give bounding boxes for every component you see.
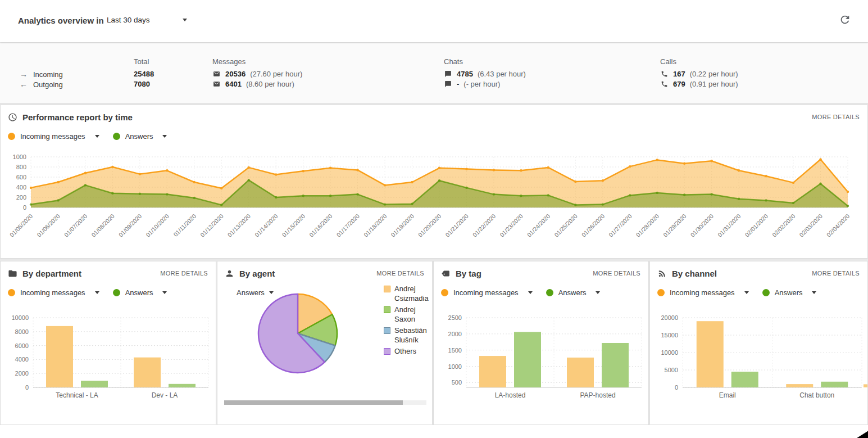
calls-outgoing-rate: (0.91 per hour) — [690, 80, 738, 88]
outgoing-row-label: Outgoing — [33, 80, 63, 89]
svg-text:2000: 2000 — [448, 331, 462, 337]
clock-icon — [8, 112, 17, 122]
green-series-dot-icon — [762, 289, 770, 296]
incoming-messages-series-selector[interactable]: Incoming messages — [657, 288, 749, 297]
answers-series-selector[interactable]: Answers — [546, 288, 601, 297]
svg-text:200: 200 — [16, 194, 26, 201]
channel-panel-title: By channel — [672, 269, 717, 278]
svg-text:01/12/2020: 01/12/2020 — [199, 213, 225, 238]
agent-pie-legend: Andrej CsizmadiaAndrej SaxonSebastián Sl… — [384, 284, 432, 358]
chevron-down-icon — [95, 135, 99, 138]
incoming-stats-row: → Incoming 25488 20536 (27.60 per hour) … — [0, 70, 868, 80]
svg-text:01/26/2020: 01/26/2020 — [580, 213, 606, 238]
pie-legend-item: Andrej Csizmadia — [384, 284, 432, 303]
date-range-select[interactable]: Last 30 days — [107, 16, 187, 24]
svg-text:PAP-hosted: PAP-hosted — [580, 391, 615, 399]
department-more-details-link[interactable]: MORE DETAILS — [160, 270, 208, 277]
pie-legend-label: Andrej Saxon — [394, 305, 432, 324]
top-bar: Analytics overview in Last 30 days — [0, 0, 868, 42]
answers-legend-label: Answers — [775, 288, 803, 297]
svg-text:4000: 4000 — [15, 356, 29, 363]
phone-icon — [660, 70, 669, 78]
svg-text:01/28/2020: 01/28/2020 — [634, 213, 660, 238]
pie-legend-label: Sebastián Slušník — [394, 326, 432, 345]
incoming-messages-series-selector[interactable]: Incoming messages — [441, 288, 533, 297]
svg-text:800: 800 — [16, 164, 26, 170]
svg-text:2500: 2500 — [448, 314, 462, 321]
performance-more-details-link[interactable]: MORE DETAILS — [812, 114, 860, 120]
refresh-button[interactable] — [839, 13, 851, 26]
tag-more-details-link[interactable]: MORE DETAILS — [593, 270, 640, 277]
svg-text:01/27/2020: 01/27/2020 — [607, 213, 633, 238]
department-bar-chart: 0200040006000800010000Technical - LADev … — [3, 312, 214, 407]
answers-series-selector[interactable]: Answers — [113, 288, 167, 297]
performance-panel-title: Performance report by time — [22, 112, 133, 122]
svg-text:01/17/2020: 01/17/2020 — [335, 213, 361, 238]
green-series-dot-icon — [546, 289, 553, 296]
by-agent-panel: By agent MORE DETAILS Answers Andrej Csi… — [217, 261, 433, 425]
date-range-value: Last 30 days — [107, 16, 150, 24]
tag-panel-title: By tag — [456, 269, 481, 278]
chats-outgoing-rate: (- per hour) — [463, 80, 500, 88]
svg-text:Technical - LA: Technical - LA — [56, 391, 98, 399]
svg-text:01/11/2020: 01/11/2020 — [172, 213, 197, 238]
legend-color-chip-icon — [384, 286, 390, 292]
svg-text:600: 600 — [16, 174, 26, 180]
calls-column-label: Calls — [660, 57, 676, 66]
chevron-down-icon — [162, 135, 167, 138]
department-panel-title: By department — [22, 269, 81, 278]
incoming-messages-series-selector[interactable]: Incoming messages — [8, 288, 99, 297]
agent-horizontal-scrollbar[interactable] — [224, 400, 426, 405]
total-outgoing-value: 7080 — [134, 80, 150, 88]
messages-incoming-rate: (27.60 per hour) — [250, 70, 302, 78]
incoming-messages-series-selector[interactable]: Incoming messages — [8, 132, 99, 141]
agent-scrollbar-thumb[interactable] — [224, 400, 403, 405]
svg-text:01/29/2020: 01/29/2020 — [662, 213, 688, 238]
svg-text:Chat button: Chat button — [799, 391, 834, 399]
svg-text:01/14/2020: 01/14/2020 — [253, 213, 279, 238]
svg-text:2000: 2000 — [15, 370, 29, 377]
svg-text:20000: 20000 — [661, 314, 678, 321]
answers-series-selector[interactable]: Answers — [113, 132, 167, 141]
incoming-messages-legend-label: Incoming messages — [453, 288, 519, 297]
orange-series-dot-icon — [441, 289, 448, 296]
answers-legend-label: Answers — [125, 132, 153, 141]
svg-text:01/10/2020: 01/10/2020 — [144, 213, 170, 238]
svg-text:400: 400 — [16, 184, 26, 191]
performance-area-chart: 0200400600800100001/05/202001/06/202001/… — [4, 152, 862, 252]
svg-text:0: 0 — [23, 204, 26, 211]
agent-more-details-link[interactable]: MORE DETAILS — [376, 270, 424, 277]
channel-bar-chart: 05000100001500020000EmailChat button — [652, 312, 867, 407]
svg-text:01/18/2020: 01/18/2020 — [362, 213, 388, 238]
svg-text:01/21/2020: 01/21/2020 — [444, 213, 470, 238]
svg-text:8000: 8000 — [15, 328, 29, 335]
svg-text:1500: 1500 — [448, 347, 462, 354]
svg-text:01/05/2020: 01/05/2020 — [8, 213, 34, 238]
chevron-down-icon — [95, 291, 99, 294]
calls-incoming-rate: (0.22 per hour) — [690, 70, 738, 78]
svg-text:10000: 10000 — [11, 314, 29, 321]
arrow-left-icon: ← — [20, 80, 28, 89]
legend-color-chip-icon — [384, 306, 390, 313]
answers-series-selector[interactable]: Answers — [762, 288, 817, 297]
folder-icon — [8, 269, 17, 278]
svg-text:01/06/2020: 01/06/2020 — [35, 213, 61, 238]
svg-text:01/19/2020: 01/19/2020 — [389, 213, 415, 238]
by-department-panel: By department MORE DETAILS Incoming mess… — [0, 261, 216, 425]
svg-text:1000: 1000 — [13, 153, 26, 160]
channel-more-details-link[interactable]: MORE DETAILS — [812, 270, 860, 277]
summary-stats-strip: Total Messages Chats Calls → Incoming 25… — [0, 43, 868, 103]
answers-legend-label: Answers — [558, 288, 587, 297]
channel-legend: Incoming messages Answers — [657, 288, 824, 297]
person-icon — [225, 269, 234, 278]
answers-legend-label: Answers — [125, 288, 153, 297]
phone-icon — [660, 80, 669, 88]
orange-series-dot-icon — [657, 289, 665, 296]
chevron-down-icon — [596, 291, 600, 294]
svg-text:01/23/2020: 01/23/2020 — [498, 213, 524, 238]
svg-text:LA-hosted: LA-hosted — [495, 391, 526, 399]
chats-outgoing-value: - — [457, 80, 459, 88]
chats-incoming-value: 4785 — [457, 70, 473, 78]
performance-legend: Incoming messages Answers — [8, 132, 175, 141]
svg-text:01/30/2020: 01/30/2020 — [689, 213, 715, 238]
